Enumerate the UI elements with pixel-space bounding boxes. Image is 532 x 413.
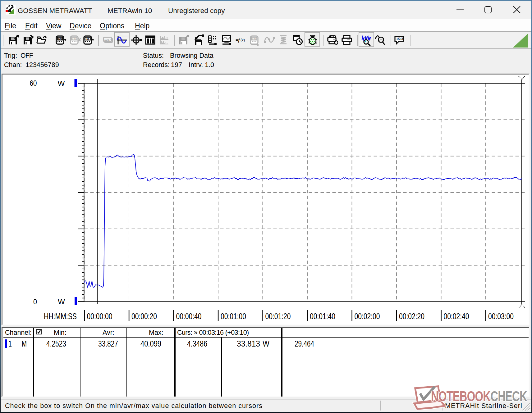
svg-text:33.813: 33.813 (237, 339, 260, 348)
svg-text:321: 321 (57, 37, 62, 40)
svg-text:00:01:00: 00:01:00 (221, 311, 246, 321)
svg-text:00:00:20: 00:00:20 (131, 311, 157, 321)
svg-text:HH:MM:SS: HH:MM:SS (44, 311, 77, 321)
svg-text:321: 321 (72, 37, 76, 40)
svg-text:(x): (x) (241, 38, 245, 42)
svg-text:00:02:20: 00:02:20 (399, 311, 424, 321)
svg-text:321: 321 (252, 37, 256, 40)
svg-text:4.3486: 4.3486 (187, 339, 207, 348)
svg-text:4.2523: 4.2523 (46, 339, 66, 348)
svg-text:1: 1 (8, 339, 12, 348)
svg-text:W: W (58, 297, 65, 306)
svg-text:00:03:00: 00:03:00 (488, 311, 514, 321)
svg-text:0: 0 (33, 297, 37, 306)
svg-text:1/2/3: 1/2/3 (396, 37, 403, 41)
svg-text:00:00:00: 00:00:00 (87, 311, 112, 321)
svg-text:M: M (22, 339, 27, 348)
svg-text:=f: =f (236, 38, 241, 43)
svg-text:00:01:40: 00:01:40 (310, 311, 335, 321)
svg-text:00:01:20: 00:01:20 (265, 311, 291, 321)
svg-text:29.464: 29.464 (295, 339, 314, 348)
svg-text:M: M (86, 37, 89, 40)
svg-text:W: W (58, 79, 65, 88)
svg-text:33.827: 33.827 (98, 339, 118, 348)
svg-text:60: 60 (30, 79, 37, 87)
svg-text:1257: 1257 (104, 38, 111, 41)
svg-text:00:02:00: 00:02:00 (355, 311, 380, 321)
svg-text:40.099: 40.099 (140, 339, 161, 348)
svg-text:W: W (263, 339, 269, 348)
svg-text:00:00:40: 00:00:40 (176, 311, 202, 321)
svg-text:00:02:40: 00:02:40 (444, 311, 469, 321)
